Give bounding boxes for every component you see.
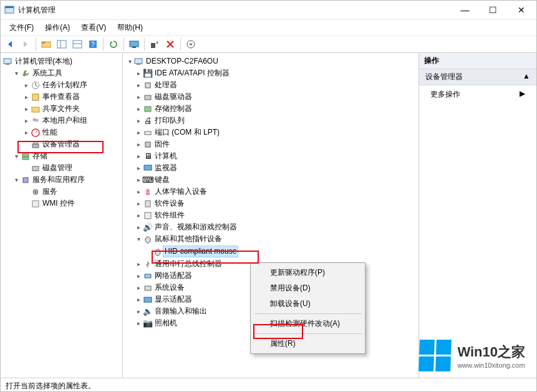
dev-softcomp[interactable]: ▸软件组件: [123, 209, 418, 221]
chevron-right-icon[interactable]: ▸: [134, 93, 143, 102]
tree-storage[interactable]: ▾ 存储: [1, 150, 122, 162]
svg-rect-31: [135, 59, 142, 64]
maximize-button[interactable]: ☐: [479, 1, 507, 19]
menu-view[interactable]: 查看(V): [76, 21, 111, 34]
chevron-down-icon[interactable]: ▾: [12, 176, 21, 184]
tree-event[interactable]: ▸ 事件查看器: [1, 91, 122, 103]
svg-rect-26: [32, 166, 39, 171]
chevron-right-icon[interactable]: ▸: [22, 81, 31, 90]
chevron-right-icon[interactable]: ▸: [134, 117, 143, 125]
tree-label: 磁盘管理: [42, 163, 72, 173]
dev-sound[interactable]: ▸🔊声音、视频和游戏控制器: [123, 221, 418, 233]
ctx-uninstall-device[interactable]: 卸载设备(U): [253, 296, 363, 312]
chevron-down-icon[interactable]: ▾: [12, 152, 21, 161]
tree-systools[interactable]: ▾ 系统工具: [1, 67, 122, 79]
chevron-right-icon[interactable]: ▸: [134, 307, 143, 316]
ctx-properties[interactable]: 属性(R): [253, 336, 363, 351]
chevron-right-icon[interactable]: ▸: [134, 140, 143, 149]
network-icon: [143, 271, 153, 281]
watermark-brand: Win10之家: [457, 343, 525, 361]
ctx-disable-device[interactable]: 禁用设备(D): [253, 280, 363, 296]
actions-more-label: 更多操作: [430, 89, 460, 100]
dev-software[interactable]: ▸软件设备: [123, 198, 418, 209]
toolbar-dropdown-icon[interactable]: [184, 37, 198, 51]
chevron-down-icon[interactable]: ▾: [12, 69, 21, 78]
dev-firmware[interactable]: ▸固件: [123, 138, 418, 150]
dev-keyboard[interactable]: ▸⌨键盘: [123, 174, 418, 186]
tree-share[interactable]: ▸ 共享文件夹: [1, 103, 122, 115]
toolbar-refresh-icon[interactable]: [107, 37, 120, 51]
tree-wmi[interactable]: WMI 控件: [1, 198, 122, 209]
toolbar-panel1-icon[interactable]: [55, 37, 69, 51]
svg-point-44: [155, 249, 160, 256]
chevron-right-icon[interactable]: ▸: [134, 128, 143, 137]
svg-rect-14: [4, 59, 11, 64]
toolbar-help-icon[interactable]: ?: [86, 37, 100, 51]
chevron-right-icon[interactable]: ▸: [134, 199, 143, 208]
dev-computer[interactable]: ▸🖥计算机: [123, 150, 418, 162]
chevron-right-icon[interactable]: ▸: [22, 105, 31, 113]
dev-ports[interactable]: ▸端口 (COM 和 LPT): [123, 127, 418, 138]
dev-cpu[interactable]: ▸处理器: [123, 79, 418, 91]
chevron-right-icon[interactable]: ▸: [134, 319, 143, 328]
toolbar-separator: [103, 38, 104, 50]
chevron-right-icon[interactable]: ▸: [134, 152, 143, 161]
dev-monitor[interactable]: ▸监视器: [123, 162, 418, 174]
tree-label: 性能: [42, 127, 57, 138]
chevron-right-icon[interactable]: ▸: [22, 128, 31, 137]
tree-perf[interactable]: ▸ 性能: [1, 127, 122, 138]
actions-more[interactable]: 更多操作 ▶: [419, 85, 536, 103]
toolbar-separator: [123, 38, 124, 50]
dev-mouse-item[interactable]: HID-compliant mouse: [123, 245, 418, 258]
chevron-right-icon[interactable]: ▸: [134, 295, 143, 304]
toolbar-scan-icon[interactable]: [148, 37, 162, 51]
menu-action[interactable]: 操作(A): [40, 21, 75, 34]
actions-category[interactable]: 设备管理器 ▲: [419, 69, 536, 85]
minimize-button[interactable]: —: [451, 1, 479, 19]
toolbar-folder-icon[interactable]: [39, 37, 53, 51]
dev-root[interactable]: ▾ DESKTOP-C2FA6OU: [123, 55, 418, 67]
dev-ide[interactable]: ▸💾IDE ATA/ATAPI 控制器: [123, 67, 418, 79]
chevron-right-icon[interactable]: ▸: [134, 69, 143, 78]
toolbar-forward-icon[interactable]: [19, 37, 32, 51]
dev-printq[interactable]: ▸🖨打印队列: [123, 115, 418, 127]
chevron-right-icon[interactable]: ▸: [134, 272, 143, 280]
tree-root[interactable]: 计算机管理(本地): [1, 55, 122, 67]
menu-help[interactable]: 帮助(H): [112, 21, 148, 34]
toolbar-delete-icon[interactable]: [163, 37, 177, 51]
chevron-right-icon[interactable]: ▸: [134, 164, 143, 173]
ctx-update-driver[interactable]: 更新驱动程序(P): [253, 265, 363, 280]
tree-users[interactable]: ▸ 本地用户和组: [1, 115, 122, 127]
tree-label: 声音、视频和游戏控制器: [155, 222, 237, 232]
tree-services[interactable]: 服务: [1, 186, 122, 198]
tree-services-apps[interactable]: ▾ 服务和应用程序: [1, 174, 122, 186]
toolbar-panel2-icon[interactable]: [70, 37, 84, 51]
tree-diskmgr[interactable]: 磁盘管理: [1, 162, 122, 174]
svg-rect-17: [32, 94, 39, 100]
ctx-scan-hardware[interactable]: 扫描检测硬件改动(A): [253, 316, 363, 332]
chevron-right-icon[interactable]: ▸: [134, 284, 143, 292]
chevron-right-icon[interactable]: ▸: [134, 105, 143, 113]
dev-storage[interactable]: ▸存储控制器: [123, 103, 418, 115]
dev-hid[interactable]: ▸人体学输入设备: [123, 186, 418, 198]
tree-task[interactable]: ▸ 任务计划程序: [1, 79, 122, 91]
left-pane: 计算机管理(本地) ▾ 系统工具 ▸ 任务计划程序 ▸ 事件查看器 ▸ 共享文件…: [1, 53, 123, 378]
close-button[interactable]: ✕: [507, 1, 535, 19]
dev-disk[interactable]: ▸磁盘驱动器: [123, 91, 418, 103]
chevron-right-icon[interactable]: ▸: [134, 211, 143, 220]
chevron-down-icon[interactable]: ▾: [134, 235, 143, 244]
chevron-down-icon[interactable]: ▾: [125, 57, 134, 66]
chevron-right-icon[interactable]: ▸: [22, 117, 31, 125]
chevron-right-icon[interactable]: ▸: [134, 260, 143, 269]
tree-devmgr[interactable]: 设备管理器: [1, 138, 122, 150]
toolbar-back-icon[interactable]: [3, 37, 17, 51]
chevron-right-icon[interactable]: ▸: [134, 188, 143, 196]
chevron-right-icon[interactable]: ▸: [134, 81, 143, 90]
chevron-right-icon[interactable]: ▸: [134, 223, 143, 232]
chevron-right-icon[interactable]: ▸: [22, 93, 31, 102]
toolbar-monitor-icon[interactable]: [127, 37, 141, 51]
tree-label: 任务计划程序: [42, 80, 87, 90]
menu-file[interactable]: 文件(F): [4, 21, 39, 34]
dev-mouse-cat[interactable]: ▾鼠标和其他指针设备: [123, 233, 418, 245]
storage-ctrl-icon: [143, 104, 153, 114]
